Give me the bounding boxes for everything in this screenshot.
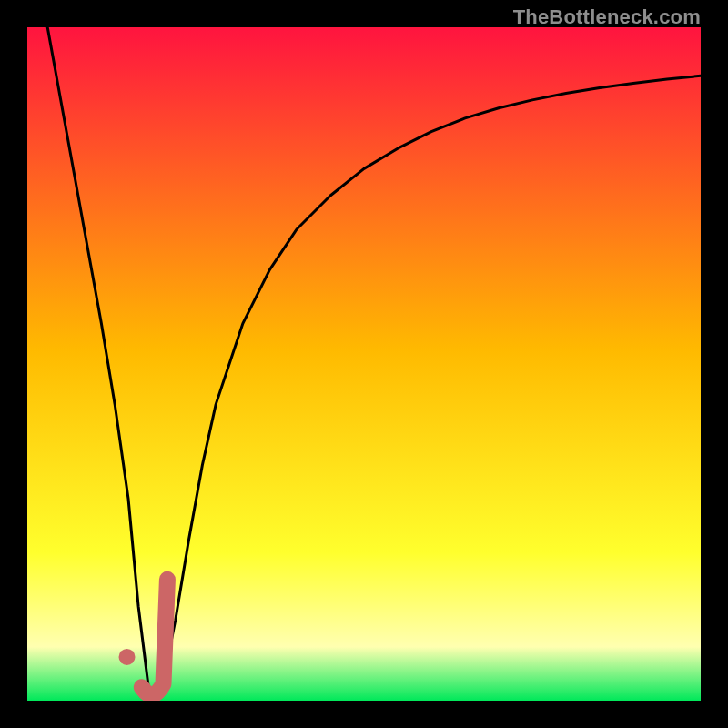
chart-svg bbox=[27, 27, 701, 701]
marker-dot bbox=[119, 649, 136, 665]
black-frame: TheBottleneck.com bbox=[0, 0, 728, 728]
watermark-text: TheBottleneck.com bbox=[513, 5, 701, 29]
chart-plot-area bbox=[27, 27, 701, 701]
gradient-background bbox=[27, 27, 701, 701]
